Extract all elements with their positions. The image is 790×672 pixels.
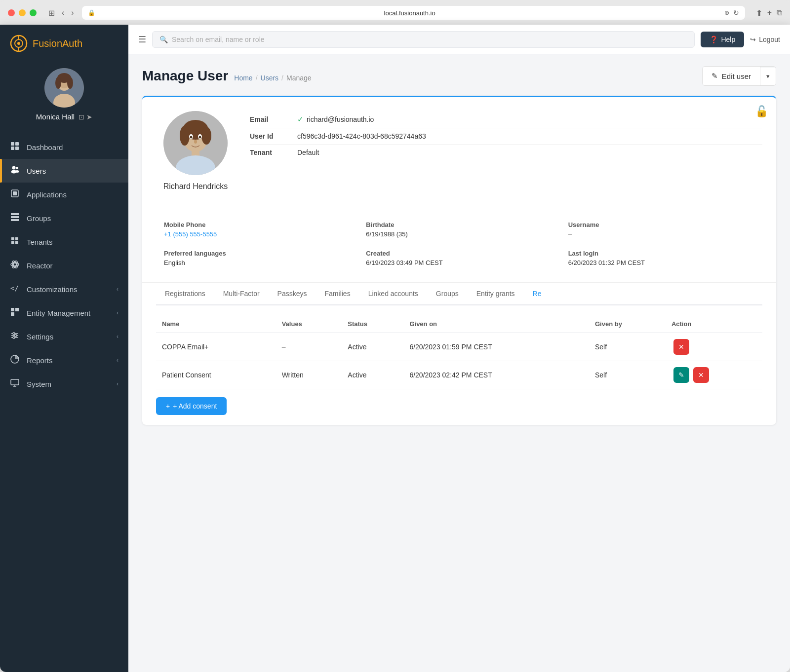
reactor-icon bbox=[10, 260, 20, 271]
table-section: Name Values Status Given on Given by Act… bbox=[142, 305, 776, 425]
sidebar-item-groups[interactable]: Groups bbox=[0, 206, 128, 230]
sidebar-item-tenants[interactable]: Tenants bbox=[0, 230, 128, 254]
new-tab-button[interactable]: + bbox=[767, 8, 772, 17]
consent-given-on-cell: 6/20/2023 02:42 PM CEST bbox=[403, 361, 589, 389]
tab-multi-factor[interactable]: Multi-Factor bbox=[214, 283, 269, 305]
settings-icon bbox=[10, 331, 20, 342]
share-button[interactable]: ⬆ bbox=[756, 8, 762, 18]
back-button[interactable]: ‹ bbox=[60, 7, 66, 18]
groups-icon bbox=[10, 213, 20, 224]
svg-rect-23 bbox=[11, 216, 19, 218]
created-value: 6/19/2023 03:49 PM CEST bbox=[366, 259, 552, 266]
sidebar-item-label: Groups bbox=[27, 214, 51, 223]
minimize-button[interactable] bbox=[19, 9, 26, 16]
reload-icon[interactable]: ↻ bbox=[733, 9, 739, 17]
tab-families[interactable]: Families bbox=[316, 283, 359, 305]
tab-groups[interactable]: Groups bbox=[427, 283, 468, 305]
sidebar-item-users[interactable]: Users bbox=[0, 159, 128, 183]
sidebar-toggle-button[interactable]: ⊞ bbox=[46, 7, 57, 19]
sidebar-item-label: Customizations bbox=[27, 285, 78, 294]
sidebar-item-entity-management[interactable]: Entity Management ‹ bbox=[0, 301, 128, 325]
delete-consent-button[interactable]: ✕ bbox=[673, 339, 689, 355]
edit-icon: ✎ bbox=[711, 72, 718, 80]
address-bar[interactable]: 🔒 local.fusionauth.io ⊕ ↻ bbox=[82, 6, 745, 20]
consent-status-cell: Active bbox=[342, 333, 403, 361]
sidebar-item-customizations[interactable]: </> Customizations ‹ bbox=[0, 277, 128, 301]
sidebar-item-label: Tenants bbox=[27, 238, 53, 246]
sidebar-item-label: Entity Management bbox=[27, 309, 90, 317]
close-button[interactable] bbox=[8, 9, 15, 16]
avatar-image bbox=[44, 68, 84, 108]
user-info-section: Richard Hendricks Email ✓ richard@fusion… bbox=[142, 97, 776, 205]
mobile-phone-cell: Mobile Phone +1 (555) 555-5555 bbox=[156, 215, 358, 244]
breadcrumb-users[interactable]: Users bbox=[261, 74, 279, 82]
breadcrumb: Home / Users / Manage bbox=[234, 74, 311, 82]
sidebar-item-system[interactable]: System ‹ bbox=[0, 372, 128, 396]
menu-icon[interactable]: ☰ bbox=[138, 34, 146, 45]
user-location-icon[interactable]: ➤ bbox=[86, 113, 92, 121]
svg-point-29 bbox=[13, 263, 16, 266]
consent-action-cell: ✕ bbox=[666, 333, 762, 361]
sidebar-item-label: Settings bbox=[27, 333, 53, 341]
breadcrumb-sep-2: / bbox=[281, 74, 283, 82]
tab-linked-accounts[interactable]: Linked accounts bbox=[359, 283, 427, 305]
edit-user-dropdown-button[interactable]: ▾ bbox=[760, 68, 776, 85]
sidebar-item-reports[interactable]: Reports ‹ bbox=[0, 348, 128, 372]
tenant-label: Tenant bbox=[250, 149, 289, 156]
sidebar-item-label: System bbox=[27, 380, 51, 388]
svg-text:</>: </> bbox=[10, 284, 19, 292]
sidebar-item-reactor[interactable]: Reactor bbox=[0, 254, 128, 277]
tab-entity-grants[interactable]: Entity grants bbox=[468, 283, 524, 305]
fusionauth-logo-icon bbox=[10, 35, 28, 52]
sidebar-item-label: Reactor bbox=[27, 261, 53, 270]
help-icon: ❓ bbox=[710, 36, 718, 43]
shield-icon: 🔒 bbox=[88, 9, 95, 16]
delete-consent-button[interactable]: ✕ bbox=[693, 367, 709, 383]
browser-nav-controls: ⊞ ‹ › bbox=[46, 7, 76, 19]
edit-consent-button[interactable]: ✎ bbox=[673, 367, 689, 383]
forward-button[interactable]: › bbox=[69, 7, 76, 18]
tab-registrations[interactable]: Registrations bbox=[156, 283, 214, 305]
sidebar-nav: Dashboard Users Applications Groups bbox=[0, 131, 128, 672]
sidebar-item-applications[interactable]: Applications bbox=[0, 183, 128, 206]
add-consent-button[interactable]: + + Add consent bbox=[156, 397, 227, 415]
maximize-button[interactable] bbox=[30, 9, 37, 16]
logout-button[interactable]: ↪ Logout bbox=[750, 36, 780, 43]
email-text: richard@fusionauth.io bbox=[307, 115, 374, 123]
tab-passkeys[interactable]: Passkeys bbox=[269, 283, 316, 305]
svg-point-18 bbox=[16, 167, 18, 169]
delete-icon: ✕ bbox=[678, 343, 684, 351]
email-field-row: Email ✓ richard@fusionauth.io bbox=[250, 111, 762, 128]
brand-name-accent: Auth bbox=[62, 38, 82, 49]
user-detail-card: 🔓 bbox=[142, 96, 776, 425]
breadcrumb-home[interactable]: Home bbox=[234, 74, 252, 82]
svg-point-56 bbox=[190, 136, 193, 139]
user-card-icon[interactable]: ⊡ bbox=[79, 113, 84, 121]
svg-rect-34 bbox=[11, 308, 14, 311]
tab-re[interactable]: Re bbox=[524, 283, 551, 305]
svg-rect-35 bbox=[15, 308, 19, 311]
help-button[interactable]: ❓ Help bbox=[701, 32, 744, 47]
tab-overview-button[interactable]: ⧉ bbox=[777, 8, 782, 17]
tabs-section: Registrations Multi-Factor Passkeys Fami… bbox=[142, 282, 776, 305]
edit-user-main-button[interactable]: ✎ Edit user bbox=[703, 67, 760, 85]
consent-status-cell: Active bbox=[342, 361, 403, 389]
last-login-cell: Last login 6/20/2023 01:32 PM CEST bbox=[560, 244, 762, 272]
svg-rect-12 bbox=[11, 142, 14, 146]
url-text: local.fusionauth.io bbox=[99, 9, 720, 17]
col-values: Values bbox=[276, 315, 342, 333]
main-area: ☰ 🔍 Search on email, name or role ❓ Help… bbox=[128, 25, 790, 672]
tabs-row: Registrations Multi-Factor Passkeys Fami… bbox=[156, 283, 762, 305]
traffic-lights bbox=[8, 9, 37, 16]
consent-given-on-cell: 6/20/2023 01:59 PM CEST bbox=[403, 333, 589, 361]
sidebar-item-label: Applications bbox=[27, 190, 67, 199]
user-id-value: cf596c3d-d961-424c-803d-68c592744a63 bbox=[297, 132, 426, 140]
add-icon: + bbox=[166, 402, 170, 410]
search-bar[interactable]: 🔍 Search on email, name or role bbox=[152, 31, 695, 48]
svg-point-51 bbox=[201, 127, 211, 145]
sidebar-item-dashboard[interactable]: Dashboard bbox=[0, 135, 128, 159]
svg-rect-26 bbox=[15, 237, 18, 240]
created-cell: Created 6/19/2023 03:49 PM CEST bbox=[358, 244, 560, 272]
sidebar-item-settings[interactable]: Settings ‹ bbox=[0, 325, 128, 348]
edit-icon: ✎ bbox=[678, 371, 684, 379]
